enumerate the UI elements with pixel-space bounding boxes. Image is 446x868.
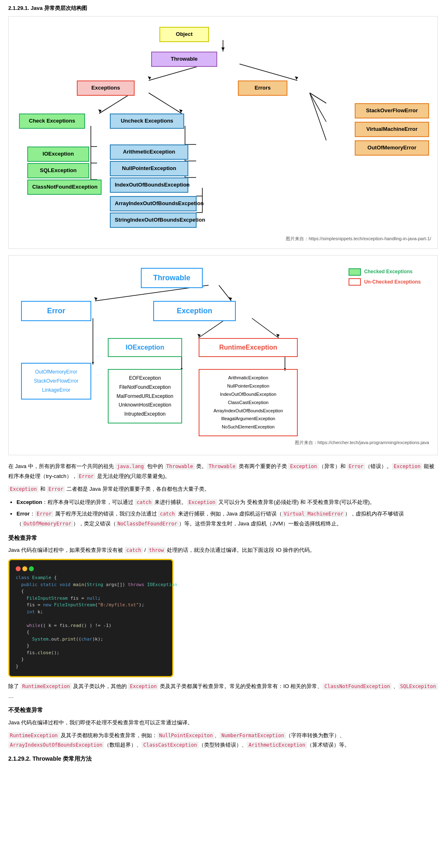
code-oome: OutOfMemoryError	[22, 520, 73, 527]
svg-line-31	[219, 285, 231, 301]
bullet-exception-bold: Exception	[17, 499, 42, 505]
code-javalang: java.lang	[115, 463, 145, 470]
bullet-error-bold: Error	[17, 511, 30, 517]
svg-marker-1	[221, 47, 225, 51]
svg-marker-7	[98, 109, 102, 113]
svg-line-12	[310, 93, 326, 140]
box-ioexception: IOException	[27, 147, 89, 162]
code-throwable2: Throwable	[207, 463, 237, 470]
code-catch1: catch	[135, 499, 153, 506]
box-sqlexception: SQLException	[27, 163, 89, 178]
code-vme: Virtual MachineError	[282, 511, 345, 517]
box-outofmemory: OutOfMemoryError	[355, 140, 429, 156]
code-nfe: NumberFormatException	[220, 732, 286, 739]
checked-heading: 受检查异常	[8, 533, 438, 543]
box-check-exceptions: Check Exceptions	[19, 114, 85, 129]
code-sqle: SQLExcepiton	[399, 683, 438, 690]
code-cnfe: ClassNotFoundException	[323, 683, 391, 690]
svg-line-35	[252, 318, 279, 338]
legend-checked-box	[349, 268, 361, 276]
page-container: 2.1.29.1. Java 异常类层次结构图	[0, 0, 446, 769]
d2-runtimeexception: RuntimeException	[199, 338, 298, 357]
code-title-bar	[16, 566, 166, 571]
svg-marker-30	[94, 297, 97, 300]
svg-line-10	[310, 93, 326, 103]
box-virtualmachine: VirtualMachineError	[355, 122, 429, 137]
d2-error: Error	[21, 301, 91, 321]
code-npe: NullPointExcepiton	[157, 732, 214, 739]
code-error2: Error	[77, 473, 95, 480]
code-block-wrapper: class Example { public static void main(…	[8, 559, 173, 677]
code-rte2: RuntimeException	[8, 732, 59, 739]
d2-error-children: OutOfMemoryError StackOverFlowError Link…	[21, 363, 91, 400]
diagram2-legend: Checked Exceptions Un-Checked Exceptions	[349, 268, 421, 288]
code-error1: Error	[347, 463, 365, 470]
svg-line-33	[198, 318, 227, 338]
code-exception4: Exception	[187, 499, 217, 506]
code-error3: Error	[47, 486, 65, 492]
code-error4: Error	[35, 511, 53, 517]
svg-line-4	[240, 64, 297, 80]
svg-marker-32	[229, 297, 232, 300]
bullet-error: Error：Error 属于程序无法处理的错误，我们没办法通过 catch 来进…	[17, 509, 438, 528]
legend-unchecked-box	[349, 278, 361, 286]
diagram2-source: 图片来自：https://chercher.tech/java-programm…	[17, 439, 429, 447]
d2-exception: Exception	[153, 301, 236, 321]
legend-checked-item: Checked Exceptions	[349, 268, 421, 276]
svg-marker-38	[92, 362, 94, 365]
diagram1-inner: Object Throwable Exceptions Errors Check…	[15, 23, 431, 233]
box-stackoverflow: StackOverFlowError	[355, 103, 429, 118]
legend-unchecked-item: Un-Checked Exceptions	[349, 278, 421, 286]
section2-title: 2.1.29.2. Throwable 类常用方法	[8, 754, 438, 763]
box-arrayindex: ArrayIndexOutOfBoundsExcpetion	[110, 196, 197, 211]
d2-throwable: Throwable	[141, 268, 203, 288]
box-indexout: IndexOutOfBoundsException	[110, 177, 188, 193]
bullet-exception: Exception：程序本身可以处理的异常，可以通过 catch 来进行捕获。E…	[17, 497, 438, 507]
unchecked-para2: RuntimeException 及其子类都统称为非受检查异常，例如：NullP…	[8, 731, 438, 750]
unchecked-heading: 不受检查异常	[8, 705, 438, 715]
svg-marker-3	[148, 76, 151, 80]
svg-line-11	[310, 93, 326, 122]
code-ncdfe: NoClassDefFoundError	[116, 520, 179, 527]
svg-line-8	[149, 93, 182, 114]
code-catch2: catch	[158, 511, 176, 517]
code-catch3: catch	[125, 547, 143, 553]
code-exception1: Exception	[288, 463, 318, 470]
dot-yellow	[22, 566, 27, 571]
d2-runtime-children: ArithmaticException NullPointerException…	[199, 369, 298, 436]
legend-checked-label: Checked Exceptions	[364, 268, 413, 276]
intro-para1: 在 Java 中，所有的异常都有一个共同的祖先 java.lang 包中的 Th…	[8, 461, 438, 481]
svg-marker-9	[179, 109, 183, 113]
box-throwable: Throwable	[151, 52, 217, 67]
d2-ioexception: IOException	[108, 338, 182, 357]
d2-io-children-text: EOFException FileNotFoundException MalFo…	[113, 374, 177, 419]
dot-red	[16, 566, 21, 571]
dot-green	[29, 566, 34, 571]
bullet-list: Exception：程序本身可以处理的异常，可以通过 catch 来进行捕获。E…	[17, 497, 438, 529]
code-exception2: Exception	[392, 463, 422, 470]
box-object: Object	[159, 27, 209, 42]
intro-para2: Exception 和 Error 二者都是 Java 异常处理的重要子类，各自…	[8, 484, 438, 494]
code-throw1: throw	[147, 547, 166, 553]
svg-marker-36	[276, 334, 280, 337]
code-ae: ArithmeticException	[247, 742, 307, 748]
diagram1-source: 图片来自：https://simplesnippets.tech/excepti…	[15, 235, 431, 243]
unchecked-para1: Java 代码在编译过程中，我们即使不处理不受检查异常也可以正常通过编译。	[8, 718, 438, 727]
code-exception5: Exception	[128, 683, 158, 690]
code-aioobe: ArrayIndexsOutOfBoundsException	[8, 742, 104, 748]
diagram1: Object Throwable Exceptions Errors Check…	[8, 16, 438, 249]
box-classnotfound: ClassNotFoundException	[27, 180, 102, 195]
svg-line-6	[99, 93, 132, 114]
diagram2-inner: Checked Exceptions Un-Checked Exceptions	[17, 264, 429, 437]
section1-title: 2.1.29.1. Java 异常类层次结构图	[8, 4, 438, 13]
box-errors: Errors	[238, 80, 287, 96]
svg-marker-5	[295, 76, 298, 80]
d2-io-children: EOFException FileNotFoundException MalFo…	[108, 369, 182, 423]
code-block: class Example { public static void main(…	[16, 575, 166, 670]
box-stringindex: StringIndexOutOfBoundsExcpetion	[110, 213, 197, 228]
svg-marker-34	[197, 334, 201, 337]
box-arithmetic: ArithmeticException	[110, 144, 188, 160]
code-throwable1: Throwable	[165, 463, 195, 470]
box-nullpointer: NullPointerException	[110, 161, 188, 176]
d2-error-children-text: OutOfMemoryError StackOverFlowError Link…	[26, 368, 86, 395]
